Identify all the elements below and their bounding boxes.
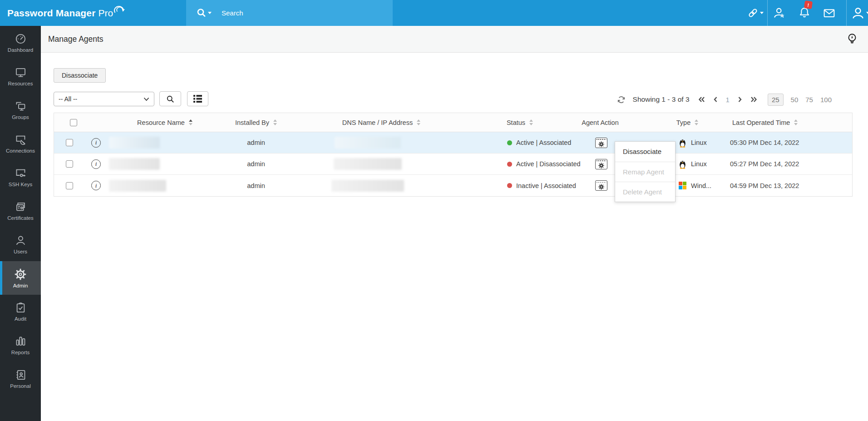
header-status[interactable]: Status	[459, 119, 581, 126]
resources-icon	[15, 66, 27, 79]
sidebar-item-reports[interactable]: Reports	[0, 328, 41, 362]
menu-item-disassociate[interactable]: Disassociate	[615, 142, 675, 162]
page-size-50[interactable]: 50	[791, 96, 799, 104]
agent-action-gear-button[interactable]	[595, 180, 607, 191]
sort-icon[interactable]	[695, 119, 698, 125]
dns-redacted	[335, 137, 401, 149]
search-button[interactable]	[159, 91, 181, 106]
refresh-icon[interactable]	[616, 95, 626, 104]
sidebar-item-label: Certificates	[7, 215, 34, 221]
sort-icon[interactable]	[794, 119, 798, 125]
admin-gear-icon	[14, 268, 27, 281]
sidebar-nav: Dashboard Resources Groups Connections S…	[0, 26, 41, 421]
mail-icon[interactable]	[823, 0, 836, 26]
connections-icon	[15, 134, 27, 146]
header-type[interactable]: Type	[640, 119, 721, 126]
resource-name-redacted	[109, 180, 166, 192]
row-checkbox[interactable]	[66, 139, 73, 146]
first-page-icon[interactable]	[698, 96, 705, 103]
sidebar-item-label: Groups	[12, 114, 29, 120]
sidebar-item-resources[interactable]: Resources	[0, 59, 41, 93]
sidebar-item-label: Admin	[13, 283, 28, 288]
sidebar-item-users[interactable]: Users	[0, 228, 41, 261]
agent-action-gear-button[interactable]	[595, 159, 607, 169]
disassociate-button[interactable]: Disassociate	[54, 68, 106, 83]
gear-icon	[598, 162, 605, 169]
row-checkbox[interactable]	[66, 182, 73, 189]
linux-tux-icon	[679, 159, 686, 169]
gear-icon	[598, 183, 605, 190]
pagination-showing-label: Showing 1 - 3 of 3	[633, 95, 690, 104]
audit-icon	[15, 302, 27, 314]
profile-caret-icon	[866, 12, 868, 14]
filter-dropdown[interactable]: -- All --	[54, 92, 154, 106]
type-cell: Wind...	[691, 182, 711, 189]
app-logo[interactable]: Password Manager Pro	[7, 0, 125, 26]
header-dns[interactable]: DNS Name / IP Address	[304, 119, 459, 126]
sidebar-item-admin[interactable]: Admin	[0, 261, 41, 295]
ssh-keys-icon	[15, 167, 27, 179]
sidebar-item-certificates[interactable]: Certificates	[0, 194, 41, 228]
users-icon	[15, 234, 27, 247]
agent-action-gear-button[interactable]	[595, 138, 607, 148]
sidebar-item-connections[interactable]: Connections	[0, 127, 41, 160]
page-size-100[interactable]: 100	[820, 96, 832, 104]
resource-name-redacted	[109, 137, 160, 149]
agents-table: Resource Name Installed By DNS Name / IP…	[54, 113, 853, 197]
select-all-checkbox[interactable]	[70, 119, 77, 126]
row-checkbox[interactable]	[66, 160, 73, 168]
sidebar-item-dashboard[interactable]: Dashboard	[0, 26, 41, 59]
help-bulb-icon[interactable]	[846, 33, 858, 46]
sidebar-item-groups[interactable]: Groups	[0, 93, 41, 127]
table-header-row: Resource Name Installed By DNS Name / IP…	[54, 113, 852, 132]
quick-link-icon[interactable]	[747, 0, 764, 26]
column-chooser-button[interactable]	[187, 91, 208, 106]
topbar: Password Manager Pro Search	[0, 0, 868, 26]
table-row[interactable]: i admin Active | Disassociated	[54, 154, 852, 175]
sort-icon[interactable]	[189, 119, 192, 125]
quick-link-caret-icon	[760, 12, 764, 14]
profile-user-icon[interactable]	[851, 0, 868, 26]
page-size-75[interactable]: 75	[805, 96, 813, 104]
info-icon[interactable]: i	[91, 138, 101, 148]
search-scope-caret-icon	[208, 12, 212, 14]
info-icon[interactable]: i	[91, 159, 101, 169]
dns-redacted	[331, 180, 404, 192]
table-row[interactable]: i admin Active | Associated	[54, 132, 852, 154]
installed-by-cell: admin	[208, 182, 304, 189]
current-page-number[interactable]: 1	[726, 96, 730, 104]
header-installed-by[interactable]: Installed By	[208, 119, 304, 126]
sidebar-item-ssh-keys[interactable]: SSH Keys	[0, 160, 41, 194]
header-resource-name[interactable]: Resource Name	[81, 119, 208, 126]
sort-icon[interactable]	[273, 119, 277, 125]
logo-text: Password Manager	[7, 8, 96, 19]
menu-item-delete-agent: Delete Agent	[615, 182, 675, 202]
prev-page-icon[interactable]	[713, 96, 718, 103]
next-page-icon[interactable]	[738, 96, 742, 103]
page-title: Manage Agents	[48, 26, 104, 53]
table-row[interactable]: i admin Inactive | Associated	[54, 175, 852, 196]
installed-by-cell: admin	[208, 139, 304, 146]
dns-redacted	[334, 158, 402, 170]
last-operated-cell: 05:30 PM Dec 14, 2022	[721, 139, 853, 146]
search-scope-icon[interactable]	[196, 8, 212, 19]
page-size-25[interactable]: 25	[768, 94, 784, 106]
info-icon[interactable]: i	[91, 181, 101, 190]
header-last-operated-time[interactable]: Last Operated Time	[721, 119, 853, 126]
search-input[interactable]: Search	[222, 9, 243, 17]
sort-icon[interactable]	[417, 119, 420, 125]
header-agent-action: Agent Action	[581, 119, 640, 126]
global-search[interactable]: Search	[186, 0, 393, 26]
pagination: Showing 1 - 3 of 3 1 25 50 75 100	[616, 92, 832, 107]
sidebar-item-audit[interactable]: Audit	[0, 295, 41, 328]
sidebar-item-personal[interactable]: Personal	[0, 362, 41, 396]
status-dot	[507, 183, 512, 188]
favorites-user-icon[interactable]	[773, 0, 786, 26]
main-content: Manage Agents Disassociate -- All --	[41, 26, 868, 421]
last-page-icon[interactable]	[750, 96, 757, 103]
status-cell: Active | Disassociated	[459, 160, 581, 168]
notifications-bell-icon[interactable]: !	[798, 0, 811, 26]
list-icon	[193, 95, 202, 103]
sidebar-item-label: Connections	[6, 148, 35, 154]
sort-icon[interactable]	[529, 119, 533, 125]
